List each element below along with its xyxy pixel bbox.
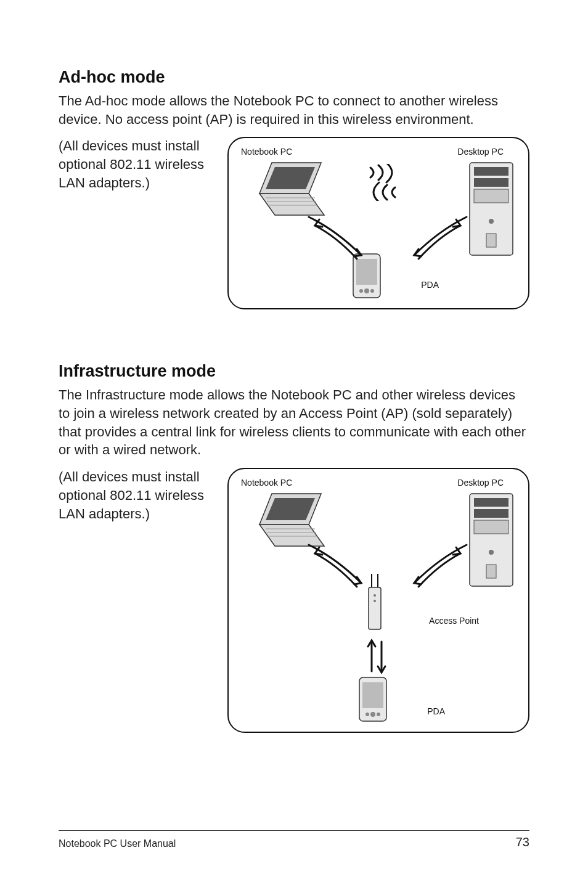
label-accesspoint: Access Point xyxy=(429,616,479,626)
svg-rect-28 xyxy=(486,565,496,578)
curve-arrow-left-icon-2 xyxy=(303,540,370,595)
svg-point-37 xyxy=(370,712,375,717)
svg-point-16 xyxy=(370,289,374,293)
adhoc-body: The Ad-hoc mode allows the Notebook PC t… xyxy=(59,92,529,128)
svg-rect-7 xyxy=(474,167,508,176)
adhoc-note: (All devices must install optional 802.1… xyxy=(59,137,219,309)
adhoc-diagram: Notebook PC Desktop PC PDA xyxy=(227,137,529,309)
label-desktop-2: Desktop PC xyxy=(457,478,504,488)
label-notebook-2: Notebook PC xyxy=(241,478,292,488)
label-pda: PDA xyxy=(421,280,439,290)
label-desktop: Desktop PC xyxy=(457,147,504,157)
footer-left-text: Notebook PC User Manual xyxy=(59,838,176,849)
svg-point-32 xyxy=(374,594,376,597)
infra-note: (All devices must install optional 802.1… xyxy=(59,468,219,733)
svg-rect-24 xyxy=(474,498,508,507)
label-pda-2: PDA xyxy=(427,706,445,716)
infra-diagram: Notebook PC Desktop PC Access Point PDA xyxy=(227,468,529,733)
infra-body: The Infrastructure mode allows the Noteb… xyxy=(59,386,529,459)
adhoc-title: Ad-hoc mode xyxy=(59,68,529,87)
svg-point-14 xyxy=(359,289,363,293)
label-notebook: Notebook PC xyxy=(241,147,292,157)
svg-point-10 xyxy=(489,219,494,224)
page-number: 73 xyxy=(516,835,529,849)
svg-point-27 xyxy=(489,550,494,555)
svg-rect-11 xyxy=(486,234,496,247)
signal-arcs-icon xyxy=(349,164,417,201)
adhoc-row: (All devices must install optional 802.1… xyxy=(59,137,529,309)
infra-title: Infrastructure mode xyxy=(59,362,529,381)
infra-row: (All devices must install optional 802.1… xyxy=(59,468,529,733)
desktop-icon-2 xyxy=(467,491,516,589)
curve-arrow-right-icon xyxy=(405,212,473,268)
svg-point-33 xyxy=(374,600,376,602)
curve-arrow-left-icon xyxy=(303,212,370,268)
svg-rect-25 xyxy=(474,509,508,518)
svg-point-36 xyxy=(365,713,369,716)
svg-point-38 xyxy=(377,713,380,716)
vertical-arrows-icon xyxy=(361,635,392,679)
svg-rect-31 xyxy=(369,587,381,629)
curve-arrow-right-icon-2 xyxy=(405,540,473,595)
svg-rect-9 xyxy=(474,189,508,203)
svg-rect-8 xyxy=(474,178,508,187)
svg-point-15 xyxy=(364,288,369,293)
svg-rect-35 xyxy=(362,682,383,708)
footer-rule xyxy=(59,830,529,831)
pda-icon-2 xyxy=(358,676,388,722)
desktop-icon xyxy=(467,160,516,258)
svg-rect-26 xyxy=(474,520,508,534)
